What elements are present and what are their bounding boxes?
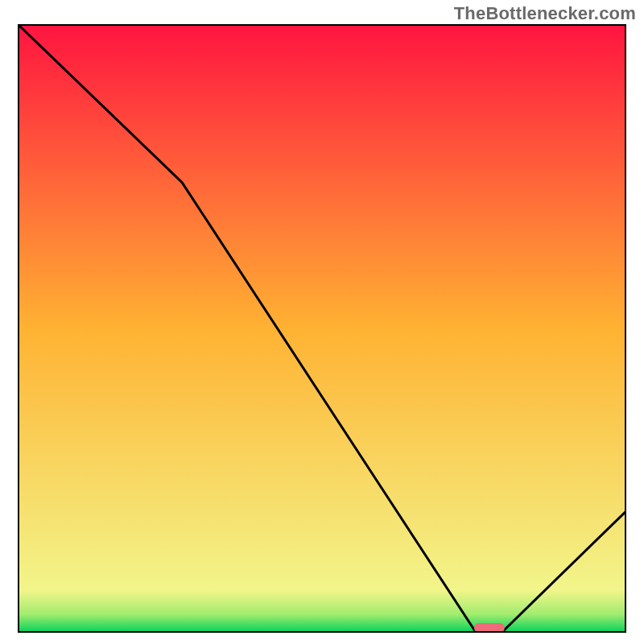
chart-frame [18,24,626,633]
chart-container: TheBottlenecker.com [0,0,644,644]
marker-optimal-range [474,623,505,633]
attribution-label: TheBottlenecker.com [454,3,636,24]
chart-background [18,24,626,633]
chart-svg [18,24,626,633]
